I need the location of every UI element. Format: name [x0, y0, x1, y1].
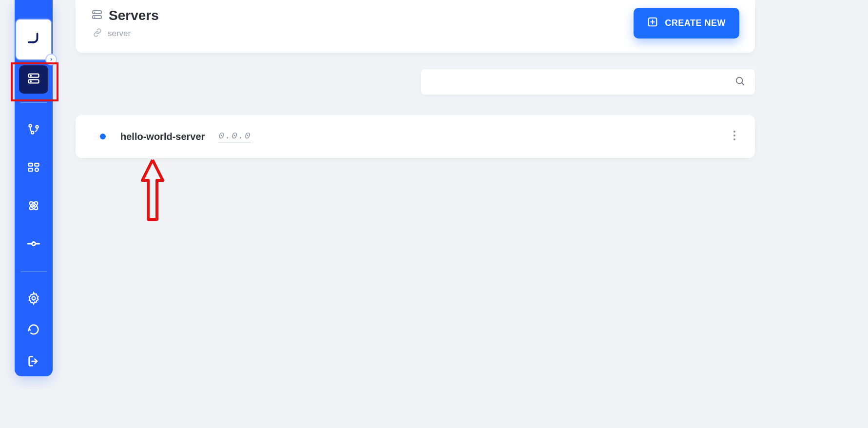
server-row[interactable]: hello-world-server 0.0.0: [76, 115, 755, 158]
history-icon: [27, 323, 40, 338]
sidebar-divider: [20, 272, 47, 272]
svg-rect-9: [29, 169, 33, 172]
sidebar-item-logout[interactable]: [19, 348, 48, 376]
atom-icon: [27, 199, 40, 214]
sidebar-item-branches[interactable]: [19, 116, 48, 144]
search-box[interactable]: [421, 69, 755, 95]
search-icon: [734, 76, 745, 88]
page-subtitle: server: [108, 29, 131, 39]
svg-line-27: [742, 83, 744, 85]
svg-point-21: [94, 12, 95, 12]
annotation-arrow-icon: [140, 158, 165, 221]
search-input[interactable]: [431, 78, 734, 86]
app-logo-icon: [26, 31, 41, 48]
logo-card: [15, 19, 52, 60]
svg-point-2: [30, 76, 31, 76]
servers-icon: [91, 9, 103, 22]
plus-square-icon: [647, 17, 658, 30]
svg-point-28: [733, 131, 735, 133]
svg-point-10: [35, 168, 39, 172]
sidebar-item-atom[interactable]: [19, 192, 48, 221]
page-header: Servers server CREATE NE: [76, 0, 755, 53]
svg-point-5: [36, 125, 38, 128]
server-name: hello-world-server: [120, 131, 205, 142]
sidebar-divider: [20, 102, 47, 103]
servers-icon: [27, 72, 40, 87]
more-vertical-icon: [733, 130, 736, 143]
create-new-button[interactable]: CREATE NEW: [634, 8, 739, 39]
branches-icon: [27, 122, 40, 138]
svg-point-3: [30, 81, 31, 81]
sidebar-item-components[interactable]: [19, 154, 48, 183]
svg-point-29: [733, 135, 735, 136]
svg-rect-7: [29, 163, 33, 166]
logout-icon: [27, 354, 40, 370]
status-dot-icon: [100, 134, 106, 139]
main-area: Servers server CREATE NE: [76, 0, 868, 158]
settings-icon: [27, 292, 40, 307]
svg-rect-8: [35, 163, 39, 166]
sidebar-item-commit[interactable]: [19, 231, 48, 259]
page-title: Servers: [109, 8, 159, 23]
commit-icon: [27, 237, 40, 253]
sidebar: [15, 0, 53, 376]
row-actions-button[interactable]: [728, 130, 741, 143]
chevron-right-icon: [49, 55, 54, 64]
svg-point-17: [32, 296, 36, 300]
svg-point-30: [733, 138, 735, 140]
svg-point-4: [29, 124, 31, 127]
create-new-label: CREATE NEW: [665, 18, 726, 28]
sidebar-item-servers[interactable]: [19, 65, 48, 94]
components-icon: [27, 160, 40, 176]
server-version[interactable]: 0.0.0: [218, 131, 251, 142]
svg-point-13: [33, 205, 35, 207]
sidebar-item-settings[interactable]: [19, 285, 48, 313]
sidebar-item-history[interactable]: [19, 316, 48, 345]
svg-point-22: [94, 17, 95, 17]
sidebar-expand-toggle[interactable]: [45, 54, 57, 65]
link-icon: [92, 27, 103, 40]
